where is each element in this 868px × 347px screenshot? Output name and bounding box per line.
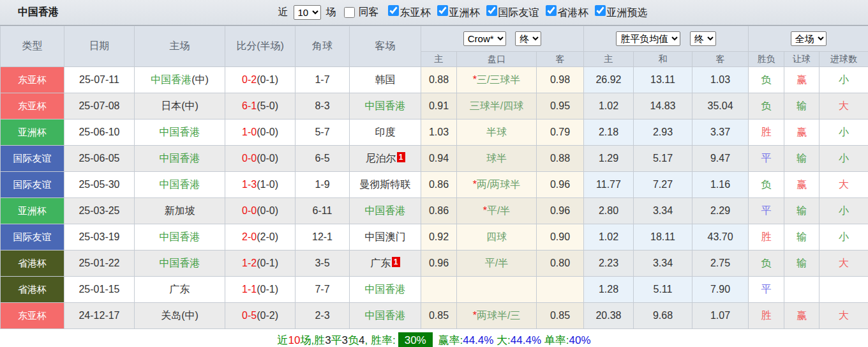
sub-header-euro-draw: 和 (634, 52, 692, 67)
bookmaker-select[interactable]: Crow* (463, 31, 506, 46)
date-cell: 25-01-15 (64, 277, 135, 303)
score-cell: 1-1(0-1) (225, 277, 296, 303)
handicap-result-cell: 输 (784, 93, 819, 120)
away-team-cell: 尼泊尔1 (350, 146, 421, 172)
euro-draw-odds-cell: 5.11 (634, 277, 692, 303)
sub-header-crow-away: 客 (537, 52, 584, 67)
goals-result-cell: 小 (819, 224, 868, 251)
crow-away-odds-cell: 0.80 (537, 251, 584, 277)
sub-header-wdl: 胜负 (749, 52, 784, 67)
euro-away-odds-cell: 9.47 (692, 146, 749, 172)
euro-away-odds-cell: 1.07 (692, 303, 749, 329)
score-cell: 2-0(2-0) (225, 224, 296, 251)
date-cell: 25-06-10 (64, 120, 135, 146)
euro-home-odds-cell: 2.18 (584, 120, 634, 146)
away-team-cell: 广东1 (350, 251, 421, 277)
crow-home-odds-cell: 0.86 (421, 172, 457, 198)
league-checkbox-1[interactable] (437, 5, 448, 16)
euro-draw-odds-cell: 7.27 (634, 172, 692, 198)
match-row: 国际友谊25-05-30中国香港1-3(1-0)1-9曼彻斯特联0.86*两/两… (1, 172, 868, 198)
away-team-cell: 中国澳门 (350, 224, 421, 251)
wdl-result-cell: 平 (749, 146, 784, 172)
date-cell: 25-05-30 (64, 172, 135, 198)
handicap-cell: 四球 (457, 224, 537, 251)
period-select[interactable]: 全场 (791, 31, 827, 46)
crow-away-odds-cell: 0.85 (537, 303, 584, 329)
score-cell: 1-2(0-1) (225, 251, 296, 277)
handicap-cell: *平/半 (457, 198, 537, 224)
date-cell: 24-12-17 (64, 303, 135, 329)
col-header-type: 类型 (1, 26, 64, 67)
col-header-away: 客场 (350, 26, 421, 67)
top-bar: 中国香港 近 10 场 同客 东亚杯亚洲杯国际友谊省港杯亚洲预选 (0, 0, 868, 26)
win-rate-badge: 30% (398, 332, 433, 347)
league-checkbox-4[interactable] (595, 5, 606, 16)
euro-draw-odds-cell: 2.93 (634, 120, 692, 146)
summary-text: 44.4% (511, 334, 541, 347)
corner-cell: 1-7 (296, 67, 350, 93)
sub-header-crow-home: 主 (421, 52, 457, 67)
summary-text: 大: (493, 333, 510, 347)
handicap-result-cell: 赢 (784, 67, 819, 93)
match-row: 东亚杯25-07-11中国香港(中)0-2(0-1)1-7韩国0.88*三/三球… (1, 67, 868, 93)
recent-count-select[interactable]: 10 (294, 5, 321, 20)
home-team-cell: 中国香港 (135, 224, 225, 251)
euro-draw-odds-cell: 3.34 (634, 198, 692, 224)
crow-home-odds-cell: 0.92 (421, 224, 457, 251)
away-team-cell: 中国香港 (350, 93, 421, 120)
home-team-cell: 日本(中) (135, 93, 225, 120)
date-cell: 25-01-22 (64, 251, 135, 277)
match-row: 省港杯25-01-15广东1-1(0-1)7-7中国香港1.285.117.90… (1, 277, 868, 303)
corner-cell: 12-1 (296, 224, 350, 251)
crow-away-odds-cell: 0.79 (537, 120, 584, 146)
euro-draw-odds-cell: 3.34 (634, 251, 692, 277)
wdl-result-cell: 平 (749, 277, 784, 303)
league-checkbox-0[interactable] (388, 5, 399, 16)
crow-away-odds-cell: 0.98 (537, 67, 584, 93)
wdl-result-cell: 负 (749, 93, 784, 120)
crow-away-odds-cell: 0.90 (537, 224, 584, 251)
crow-home-odds-cell: 0.88 (421, 67, 457, 93)
match-row: 东亚杯24-12-17关岛(中)0-5(0-2)2-3中国香港0.85*两球半/… (1, 303, 868, 329)
league-label-0: 东亚杯 (400, 7, 431, 18)
same-venue-checkbox[interactable] (344, 7, 355, 18)
euro-draw-odds-cell: 9.68 (634, 303, 692, 329)
away-team-cell: 中国香港 (350, 303, 421, 329)
match-row: 亚洲杯25-06-10中国香港1-0(0-0)5-7印度1.03半球0.792.… (1, 120, 868, 146)
euro-time-select[interactable]: 终 (690, 31, 716, 46)
score-cell: 6-1(5-0) (225, 93, 296, 120)
euro-home-odds-cell: 20.38 (584, 303, 634, 329)
league-checkbox-2[interactable] (486, 5, 497, 16)
euro-away-odds-cell: 1.03 (692, 67, 749, 93)
wdl-result-cell: 平 (749, 198, 784, 224)
corner-cell: 7-7 (296, 277, 350, 303)
goals-result-cell: 大 (819, 172, 868, 198)
euro-draw-odds-cell: 18.11 (634, 224, 692, 251)
league-checkbox-3[interactable] (546, 5, 557, 16)
handicap-cell: *两/两球半 (457, 172, 537, 198)
league-type-cell: 国际友谊 (1, 224, 64, 251)
match-row: 省港杯25-01-22中国香港1-2(0-1)3-5广东10.96平/半0.80… (1, 251, 868, 277)
summary-text: 40% (569, 334, 591, 347)
league-type-cell: 东亚杯 (1, 67, 64, 93)
euro-home-odds-cell: 26.92 (584, 67, 634, 93)
corner-cell: 8-3 (296, 93, 350, 120)
handicap-time-select[interactable]: 终 (515, 31, 541, 46)
handicap-cell: *三/三球半 (457, 67, 537, 93)
euro-draw-odds-cell: 13.11 (634, 67, 692, 93)
date-cell: 25-07-11 (64, 67, 135, 93)
score-cell: 1-0(0-0) (225, 120, 296, 146)
matches-table: 类型 日期 主场 比分(半场) 角球 客场 Crow* 终 胜平负均值 终 全场… (0, 26, 868, 329)
league-type-cell: 亚洲杯 (1, 120, 64, 146)
handicap-odds-header: Crow* 终 (421, 26, 584, 52)
handicap-result-cell: 输 (784, 224, 819, 251)
league-label-1: 亚洲杯 (449, 7, 480, 18)
handicap-result-cell: 赢 (784, 303, 819, 329)
euro-draw-odds-cell: 5.17 (634, 146, 692, 172)
wdl-result-cell: 负 (749, 251, 784, 277)
handicap-result-cell: 输 (784, 146, 819, 172)
euro-odds-select[interactable]: 胜平负均值 (616, 31, 680, 46)
goals-result-cell: 小 (819, 67, 868, 93)
col-header-corner: 角球 (296, 26, 350, 67)
euro-home-odds-cell: 1.02 (584, 224, 634, 251)
